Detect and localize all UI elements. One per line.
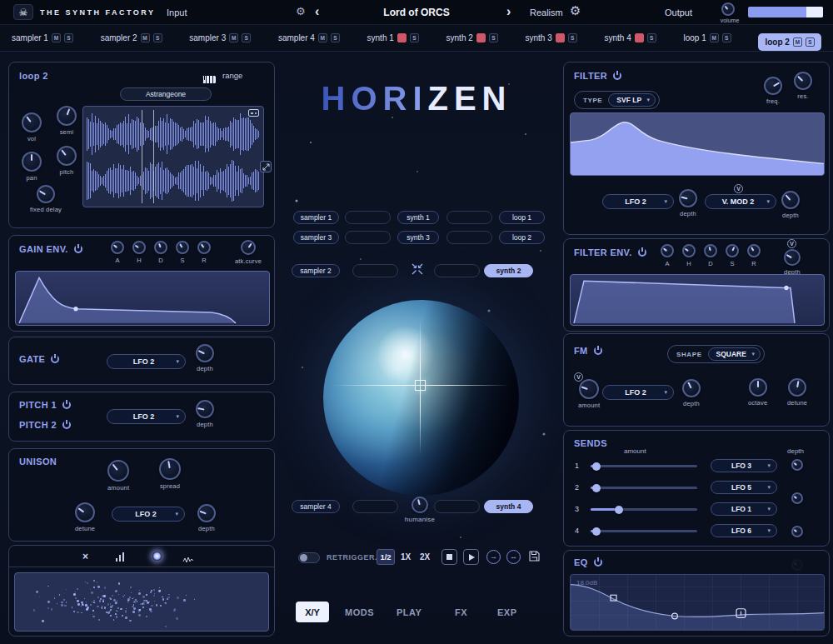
route-sampler-4[interactable]: sampler 4 (292, 500, 340, 513)
unison-source-dropdown[interactable]: LFO 2 (112, 507, 185, 522)
fixed-delay-knob[interactable] (37, 185, 55, 203)
power-icon[interactable] (638, 248, 646, 257)
speed-2x-button[interactable]: 2X (420, 552, 430, 562)
semi-knob[interactable] (57, 106, 77, 126)
power-icon[interactable] (74, 245, 82, 253)
fm-depth-knob[interactable] (682, 379, 701, 397)
route-slot[interactable] (434, 500, 480, 513)
power-icon[interactable] (51, 355, 59, 363)
send-source-dropdown[interactable]: LFO 3 (711, 459, 777, 472)
mute-button[interactable]: M (229, 33, 238, 42)
speed-half-button[interactable]: 1/2 (377, 549, 395, 565)
route-loop-2[interactable]: loop 2 (499, 231, 545, 244)
send-amount-slider[interactable] (591, 530, 697, 532)
filter-env-depth-knob[interactable] (784, 249, 801, 266)
range-label[interactable]: range (222, 71, 242, 80)
send-depth-knob[interactable] (791, 492, 803, 504)
save-icon[interactable] (528, 550, 541, 566)
keyboard-icon[interactable] (202, 76, 216, 83)
fm-shape-dropdown[interactable]: SQUARE (708, 347, 761, 361)
route-sampler-3[interactable]: sampler 3 (293, 231, 339, 244)
solo-button[interactable]: S (489, 33, 498, 42)
fm-source-dropdown[interactable]: LFO 2 (602, 385, 674, 400)
route-slot[interactable] (345, 231, 391, 244)
next-preset-icon[interactable]: › (506, 5, 511, 18)
tab-xy[interactable]: X/Y (296, 602, 329, 622)
bars-mode-icon[interactable] (116, 552, 124, 562)
unison-amount-knob[interactable] (107, 460, 129, 482)
route-slot[interactable] (446, 211, 492, 224)
slider-handle[interactable] (592, 462, 601, 471)
route-synth-4[interactable]: synth 4 (484, 500, 533, 513)
sustain-knob[interactable] (726, 244, 739, 257)
filter-curve-display[interactable] (570, 112, 825, 176)
humanise-knob[interactable] (412, 497, 428, 513)
gate-source-dropdown[interactable]: LFO 2 (107, 354, 186, 369)
send-depth-knob[interactable] (791, 526, 803, 537)
input-gear-icon[interactable]: ⚙ (296, 6, 306, 17)
wave-mode-icon[interactable] (182, 552, 194, 567)
send-source-dropdown[interactable]: LFO 6 (711, 524, 777, 537)
power-icon[interactable] (594, 558, 602, 567)
tab-loop-1[interactable]: loop 1MS (684, 33, 731, 42)
hold-knob[interactable] (682, 244, 696, 257)
tab-sampler-3[interactable]: sampler 3MS (189, 33, 251, 42)
release-knob[interactable] (197, 241, 211, 254)
none-mode-icon[interactable]: × (82, 552, 88, 562)
settings-gear-icon[interactable]: ⚙ (570, 4, 581, 17)
fm-detune-knob[interactable] (788, 378, 806, 397)
pitch-source-dropdown[interactable]: LFO 2 (107, 409, 186, 424)
particle-display[interactable] (14, 572, 269, 632)
mute-button[interactable]: M (52, 33, 61, 42)
send-amount-slider[interactable] (591, 487, 697, 489)
decay-knob[interactable] (704, 244, 717, 257)
filter-mod2-depth-knob[interactable] (781, 191, 800, 209)
pitch-knob[interactable] (57, 146, 77, 166)
route-slot[interactable] (434, 264, 480, 277)
send-amount-slider[interactable] (591, 508, 697, 511)
retrigger-toggle[interactable] (298, 552, 320, 563)
output-label[interactable]: Output (665, 7, 692, 17)
attack-knob[interactable] (111, 241, 124, 254)
route-slot[interactable] (352, 500, 398, 513)
route-loop-1[interactable]: loop 1 (499, 211, 545, 224)
preset-name[interactable]: Lord of ORCS (342, 7, 491, 18)
prev-preset-icon[interactable]: ‹ (315, 5, 319, 18)
solo-button[interactable]: S (647, 33, 656, 42)
swap-routing-icon[interactable] (410, 262, 425, 279)
eq-curve-display[interactable]: 18.0dB (570, 574, 825, 631)
mute-button[interactable] (476, 33, 486, 42)
mute-button[interactable] (556, 33, 565, 42)
vol-knob[interactable] (22, 112, 42, 132)
filter-freq-knob[interactable] (764, 77, 782, 95)
loop-marker[interactable] (142, 110, 142, 203)
route-slot[interactable] (446, 231, 492, 244)
mode-label[interactable]: Realism (530, 7, 563, 17)
pan-knob[interactable] (22, 152, 42, 172)
filter-env-display[interactable] (570, 274, 825, 326)
solo-button[interactable]: S (568, 33, 577, 42)
filter-mod1-depth-knob[interactable] (679, 189, 697, 207)
tab-synth-3[interactable]: synth 3S (526, 33, 577, 42)
forward-arrow-button[interactable]: → (486, 550, 501, 564)
power-icon[interactable] (594, 347, 602, 355)
filter-mod2-dropdown[interactable]: V. MOD 2 (705, 194, 776, 209)
send-source-dropdown[interactable]: LFO 1 (711, 502, 777, 516)
loop-marker[interactable] (153, 110, 154, 203)
gain-env-display[interactable] (15, 271, 270, 326)
xy-reticle[interactable] (415, 380, 426, 391)
sustain-knob[interactable] (176, 241, 189, 254)
route-synth-2[interactable]: synth 2 (484, 264, 533, 277)
slider-handle[interactable] (615, 506, 623, 514)
tab-exp[interactable]: EXP (497, 607, 517, 617)
route-synth-3[interactable]: synth 3 (397, 231, 439, 244)
hold-knob[interactable] (132, 241, 146, 254)
unison-depth-knob[interactable] (197, 504, 216, 522)
filter-type-dropdown[interactable]: SVF LP (608, 93, 656, 107)
send-amount-slider[interactable] (591, 465, 697, 467)
input-label[interactable]: Input (167, 7, 187, 17)
power-icon[interactable] (62, 421, 71, 429)
tab-play[interactable]: PLAY (397, 607, 421, 617)
tab-sampler-2[interactable]: sampler 2MS (101, 33, 162, 42)
mute-button[interactable]: M (793, 37, 802, 47)
